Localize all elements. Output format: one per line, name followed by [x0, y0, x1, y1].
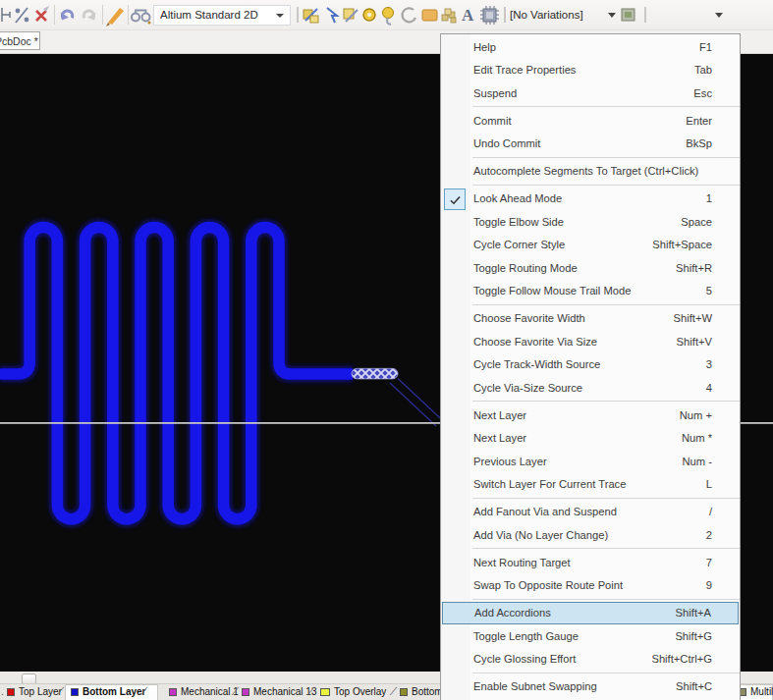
svg-text:A: A	[462, 6, 474, 25]
svg-text:[No Variations]: [No Variations]	[510, 9, 583, 21]
